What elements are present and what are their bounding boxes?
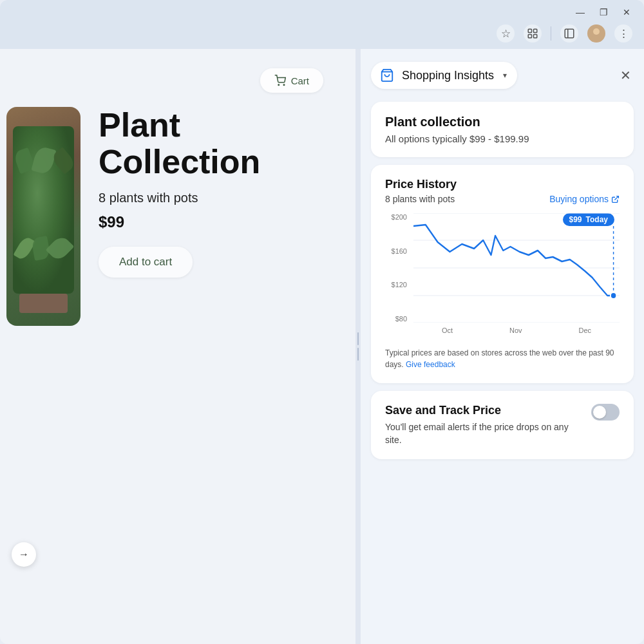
price-history-subtitle: 8 plants with pots <box>385 194 455 204</box>
y-label-200: $200 <box>385 213 411 221</box>
product-content: → Plant Collection 8 plants with pots $9… <box>0 68 336 326</box>
svg-point-6 <box>593 28 600 35</box>
shopping-bag-icon <box>379 67 395 84</box>
browser-frame: — ❐ ✕ ☆ ⋮ <box>0 0 644 644</box>
page-area: Cart → Plant Co <box>0 49 644 644</box>
svg-point-7 <box>591 35 602 42</box>
product-page: Cart → Plant Co <box>0 49 355 644</box>
svg-point-8 <box>278 84 279 86</box>
product-title: Plant Collection <box>99 107 336 180</box>
x-label-nov: Nov <box>509 327 522 342</box>
product-subtitle: 8 plants with pots <box>99 191 336 205</box>
svg-point-9 <box>283 84 285 86</box>
collection-card-subtitle: All options typically $99 - $199.99 <box>385 133 620 144</box>
leaf-6 <box>46 234 75 263</box>
price-history-header: 8 plants with pots Buying options <box>385 194 620 204</box>
save-track-title: Save and Track Price <box>385 404 583 417</box>
restore-button[interactable]: ❐ <box>598 6 609 18</box>
menu-icon[interactable]: ⋮ <box>614 24 632 43</box>
buying-options-link[interactable]: Buying options <box>549 194 620 204</box>
save-track-content: Save and Track Price You'll get email al… <box>385 404 583 446</box>
title-bar: — ❐ ✕ <box>0 0 644 22</box>
panel-header: Shopping Insights ▾ ✕ <box>371 59 634 94</box>
x-label-dec: Dec <box>578 327 591 342</box>
feedback-link[interactable]: Give feedback <box>406 360 455 369</box>
x-label-oct: Oct <box>442 327 453 342</box>
nav-arrow[interactable]: → <box>12 542 36 567</box>
window-controls: — ❐ ✕ <box>574 6 632 18</box>
save-track-card: Save and Track Price You'll get email al… <box>371 391 634 459</box>
product-info: Plant Collection 8 plants with pots $99 … <box>80 107 336 278</box>
price-history-card: Price History 8 plants with pots Buying … <box>371 165 634 383</box>
extensions-icon[interactable] <box>524 24 542 43</box>
sidebar-toggle-icon[interactable] <box>560 24 578 43</box>
divider-line-2 <box>357 348 359 361</box>
y-label-80: $80 <box>385 315 411 323</box>
divider-line-1 <box>357 332 359 345</box>
product-image <box>6 107 80 326</box>
cart-button[interactable]: Cart <box>260 68 323 93</box>
leaf-2 <box>31 146 56 175</box>
save-track-inner: Save and Track Price You'll get email al… <box>385 404 620 446</box>
svg-point-18 <box>611 292 616 299</box>
svg-rect-2 <box>528 35 531 38</box>
chart-container: $99 Today $200 $160 $120 $80 <box>385 213 620 342</box>
collection-card: Plant collection All options typically $… <box>371 102 634 157</box>
svg-rect-3 <box>534 35 537 38</box>
collection-card-title: Plant collection <box>385 115 620 129</box>
minimize-button[interactable]: — <box>574 6 586 18</box>
close-panel-button[interactable]: ✕ <box>618 65 634 86</box>
svg-line-11 <box>614 196 618 200</box>
profile-avatar[interactable] <box>587 24 605 43</box>
y-label-120: $120 <box>385 281 411 289</box>
dropdown-arrow-icon: ▾ <box>503 71 507 80</box>
y-label-160: $160 <box>385 247 411 255</box>
toolbar-divider <box>551 26 551 41</box>
chart-svg-area <box>413 213 620 323</box>
svg-rect-1 <box>534 29 537 32</box>
price-track-toggle[interactable] <box>591 404 620 421</box>
panel-resize-divider[interactable] <box>355 49 361 644</box>
price-history-title: Price History <box>385 178 620 191</box>
chart-x-labels: Oct Nov Dec <box>413 327 620 342</box>
save-track-description: You'll get email alerts if the price dro… <box>385 421 583 446</box>
panel-header-left[interactable]: Shopping Insights ▾ <box>371 62 517 89</box>
panel-title: Shopping Insights <box>402 69 494 82</box>
insights-panel: Shopping Insights ▾ ✕ Plant collection A… <box>361 49 644 644</box>
chart-y-labels: $200 $160 $120 $80 <box>385 213 411 323</box>
address-bar-row: ☆ ⋮ <box>0 22 644 49</box>
toggle-thumb <box>593 406 606 419</box>
plant-leaves <box>10 117 77 290</box>
product-price: $99 <box>99 213 336 231</box>
price-chart-svg <box>413 213 620 323</box>
bookmark-icon[interactable]: ☆ <box>497 24 515 43</box>
svg-rect-0 <box>528 29 531 32</box>
svg-rect-4 <box>565 29 574 38</box>
add-to-cart-button[interactable]: Add to cart <box>99 247 193 278</box>
close-button[interactable]: ✕ <box>621 6 632 18</box>
chart-note: Typical prices are based on stores acros… <box>385 347 620 370</box>
